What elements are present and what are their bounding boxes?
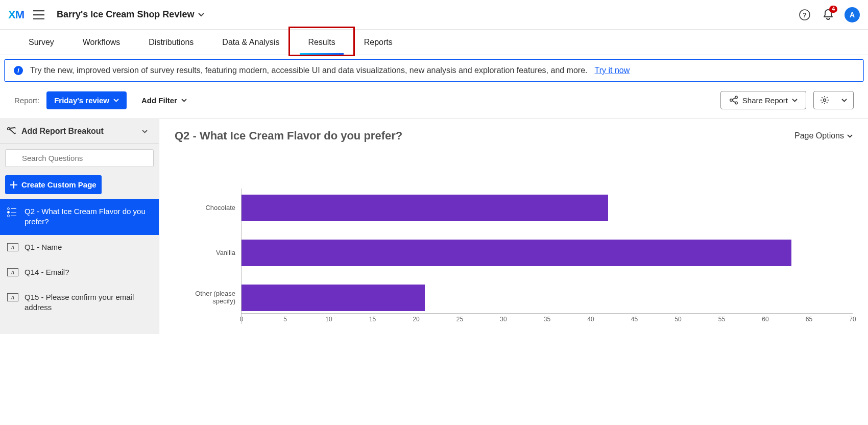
chart-tick: 60	[762, 316, 768, 323]
add-filter-button[interactable]: Add Filter	[134, 91, 195, 109]
chevron-down-icon	[847, 134, 853, 138]
create-custom-page-button[interactable]: Create Custom Page	[5, 175, 102, 194]
chart-tick: 70	[849, 316, 856, 323]
chart-category-label: Vanilla	[175, 249, 242, 257]
add-report-breakout[interactable]: Add Report Breakout	[0, 119, 159, 144]
tab-results[interactable]: Results	[294, 30, 349, 55]
main-content: Add Report Breakout Create Custom Page	[0, 119, 868, 334]
chevron-down-icon	[181, 99, 187, 102]
plus-icon	[10, 181, 17, 188]
chart-x-axis: 0510152025303540455055606570	[241, 314, 853, 324]
question-title: Q2 - What Ice Cream Flavor do you prefer…	[175, 129, 402, 143]
report-toolbar: Report: Friday's review Add Filter Share…	[0, 82, 868, 119]
tab-distributions[interactable]: Distributions	[134, 30, 208, 55]
settings-button[interactable]	[813, 91, 854, 109]
search-questions-input[interactable]	[5, 149, 154, 167]
chevron-down-icon	[841, 99, 847, 102]
chart-category-label: Chocolate	[175, 204, 242, 212]
search-questions-input-wrap	[5, 149, 154, 167]
chart-tick: 50	[674, 316, 681, 323]
chart-tick: 45	[631, 316, 638, 323]
content-pane: Q2 - What Ice Cream Flavor do you prefer…	[159, 119, 868, 334]
main-tabs: Survey Workflows Distributions Data & An…	[0, 30, 868, 55]
chart-tick: 20	[413, 316, 419, 323]
chart-bars: ChocolateVanillaOther (please specify)	[175, 188, 853, 313]
banner-text: Try the new, improved version of survey …	[30, 66, 588, 75]
share-icon	[729, 96, 738, 105]
info-icon: i	[14, 66, 23, 75]
tab-reports[interactable]: Reports	[350, 30, 407, 55]
chart-bar	[242, 195, 608, 221]
svg-point-3	[730, 99, 732, 101]
project-title-text: Barry's Ice Cream Shop Review	[57, 9, 194, 20]
chevron-down-icon	[198, 13, 204, 17]
chart-tick: 10	[325, 316, 332, 323]
chevron-down-icon	[792, 99, 798, 102]
svg-point-5	[824, 99, 826, 102]
question-item[interactable]: Q2 - What Ice Cream Flavor do you prefer…	[0, 199, 159, 235]
notification-badge: 4	[829, 6, 837, 13]
chart-bar-row: Other (please specify)	[175, 282, 853, 313]
chart-category-label: Other (please specify)	[175, 290, 242, 305]
project-title-dropdown[interactable]: Barry's Ice Cream Shop Review	[57, 9, 204, 20]
notifications-icon[interactable]: 4	[821, 8, 835, 22]
chart-bar-row: Vanilla	[175, 238, 853, 268]
chevron-down-icon	[142, 130, 148, 133]
question-item[interactable]: A Q15 - Please confirm your email addres…	[0, 285, 159, 321]
chart-bar	[242, 285, 425, 311]
report-dropdown[interactable]: Friday's review	[46, 91, 127, 109]
text-question-icon: A	[7, 268, 18, 276]
chart-tick: 35	[544, 316, 550, 323]
banner-try-link[interactable]: Try it now	[595, 66, 630, 75]
chart-bar-row: Chocolate	[175, 193, 853, 223]
svg-text:?: ?	[803, 11, 807, 19]
radio-question-icon	[7, 207, 18, 218]
info-banner: i Try the new, improved version of surve…	[4, 59, 864, 82]
question-list: Q2 - What Ice Cream Flavor do you prefer…	[0, 199, 159, 321]
page-options-dropdown[interactable]: Page Options	[794, 131, 853, 140]
tab-workflows[interactable]: Workflows	[68, 30, 135, 55]
breakout-icon	[6, 126, 16, 136]
chevron-down-icon	[113, 99, 119, 102]
chart-tick: 0	[240, 316, 244, 323]
question-item[interactable]: A Q1 - Name	[0, 235, 159, 260]
gear-icon	[820, 96, 829, 105]
sidebar: Add Report Breakout Create Custom Page	[0, 119, 159, 334]
report-label: Report:	[14, 96, 39, 105]
help-icon[interactable]: ?	[798, 8, 812, 22]
tab-data-analysis[interactable]: Data & Analysis	[208, 30, 294, 55]
chart-tick: 15	[369, 316, 376, 323]
svg-point-4	[735, 102, 737, 104]
chart-tick: 5	[283, 316, 287, 323]
chart-tick: 55	[718, 316, 725, 323]
chart-tick: 30	[500, 316, 507, 323]
chart-tick: 25	[456, 316, 463, 323]
chart-tick: 65	[806, 316, 812, 323]
avatar[interactable]: A	[845, 7, 860, 22]
chart: ChocolateVanillaOther (please specify) 0…	[175, 188, 853, 324]
chart-tick: 40	[587, 316, 594, 323]
chart-bar	[242, 240, 791, 266]
text-question-icon: A	[7, 293, 18, 301]
svg-point-2	[735, 96, 737, 98]
tab-survey[interactable]: Survey	[14, 30, 68, 55]
text-question-icon: A	[7, 243, 18, 251]
menu-icon[interactable]	[33, 10, 44, 19]
xm-logo: XM	[8, 8, 24, 21]
top-bar: XM Barry's Ice Cream Shop Review ? 4 A	[0, 0, 868, 30]
question-item[interactable]: A Q14 - Email?	[0, 260, 159, 285]
share-report-button[interactable]: Share Report	[720, 91, 806, 109]
